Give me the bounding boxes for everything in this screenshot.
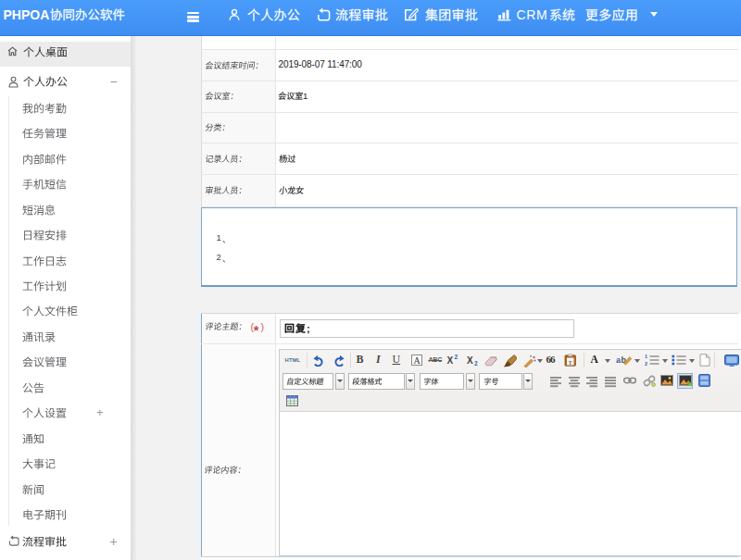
svg-text:1: 1 [645,355,647,359]
svg-text:2: 2 [645,361,647,366]
svg-text:A: A [413,355,421,366]
svg-text:T: T [569,359,573,367]
